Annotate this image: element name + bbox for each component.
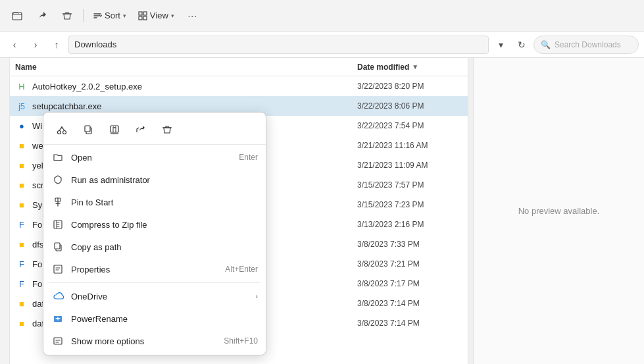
compress-zip-icon [51, 218, 64, 231]
ctx-copy-button[interactable] [78, 119, 99, 140]
file-icon: ■ [15, 198, 28, 211]
file-icon: ● [15, 119, 28, 132]
svg-point-6 [63, 131, 66, 134]
address-path[interactable]: Downloads [68, 36, 489, 54]
onedrive-icon [51, 290, 64, 303]
powerrename-icon [51, 312, 64, 325]
pin-to-start-icon [51, 195, 64, 209]
up-button[interactable]: ↑ [47, 36, 66, 54]
new-folder-button[interactable] [5, 4, 29, 28]
toolbar-separator [83, 9, 84, 22]
column-date[interactable]: Date modified ▼ [357, 63, 462, 72]
ctx-share-button[interactable] [130, 119, 151, 140]
path-dropdown[interactable]: ▾ [491, 36, 510, 54]
context-menu-show-more[interactable]: Show more options Shift+F10 [43, 330, 266, 352]
file-date: 3/8/2023 7:17 PM [357, 279, 462, 288]
file-icon: ■ [15, 159, 28, 172]
preview-text: No preview available. [518, 206, 600, 216]
context-menu-separator [49, 282, 260, 283]
file-icon: H [15, 80, 28, 93]
file-date: 3/13/2023 2:16 PM [357, 220, 462, 229]
onedrive-submenu-arrow: › [255, 292, 258, 300]
file-date: 3/15/2023 7:57 PM [357, 180, 462, 190]
file-date: 3/22/2023 7:54 PM [357, 121, 462, 130]
ctx-rename-button[interactable] [104, 119, 125, 140]
sort-label: Sort [105, 11, 120, 20]
properties-icon [51, 263, 64, 276]
context-menu-copy-path[interactable]: Copy as path [43, 236, 266, 258]
forward-button[interactable]: › [26, 36, 45, 54]
pin-to-start-label: Pin to Start [71, 197, 251, 207]
file-name: setupcatchbar.exe [32, 101, 357, 111]
context-toolbar [43, 115, 266, 145]
powerrename-label: PowerRename [71, 314, 251, 324]
path-text: Downloads [74, 39, 116, 49]
file-name: AutoHotkey_2.0.2_setup.exe [32, 82, 357, 91]
svg-rect-3 [139, 16, 142, 20]
show-more-icon [51, 334, 64, 348]
delete-button[interactable] [55, 4, 79, 28]
context-menu-run-as-admin[interactable]: Run as administrator [43, 169, 266, 191]
file-icon: ■ [15, 297, 28, 310]
sort-indicator: ▼ [412, 63, 418, 70]
file-date: 3/22/2023 8:06 PM [357, 101, 462, 111]
svg-rect-1 [139, 12, 142, 15]
view-button[interactable]: View ▾ [133, 4, 180, 28]
svg-rect-16 [54, 338, 62, 344]
share-button[interactable] [30, 4, 54, 28]
back-button[interactable]: ‹ [5, 36, 24, 54]
address-bar: ‹ › ↑ Downloads ▾ ↻ 🔍 Search Downloads [0, 32, 644, 58]
run-as-admin-label: Run as administrator [71, 175, 251, 185]
file-icon: ■ [15, 139, 28, 152]
ctx-cut-button[interactable] [51, 119, 72, 140]
column-date-label: Date modified [357, 63, 409, 72]
open-shortcut: Enter [239, 153, 258, 162]
svg-rect-4 [143, 16, 147, 20]
search-box[interactable]: 🔍 Search Downloads [533, 36, 639, 54]
svg-rect-0 [12, 13, 22, 20]
toolbar: Sort ▾ View ▾ ··· [0, 0, 644, 32]
copy-path-label: Copy as path [71, 242, 251, 252]
file-date: 3/8/2023 7:14 PM [357, 319, 462, 328]
more-button[interactable]: ··· [181, 4, 205, 28]
context-menu-pin-to-start[interactable]: Pin to Start [43, 191, 266, 213]
sort-button[interactable]: Sort ▾ [87, 4, 132, 28]
copy-path-icon [51, 240, 64, 253]
ctx-delete-button[interactable] [157, 119, 178, 140]
svg-point-5 [58, 131, 61, 134]
compress-zip-label: Compress to Zip file [71, 220, 251, 230]
file-icon: F [15, 277, 28, 290]
file-date: 3/8/2023 7:33 PM [357, 240, 462, 249]
open-icon [51, 151, 64, 164]
context-menu-properties[interactable]: Properties Alt+Enter [43, 258, 266, 280]
file-date: 3/21/2023 11:09 AM [357, 161, 462, 170]
column-name: Name [15, 63, 357, 72]
scrollbar[interactable] [468, 58, 473, 364]
svg-rect-13 [55, 243, 60, 249]
context-menu-powerrename[interactable]: PowerRename [43, 307, 266, 330]
search-icon: 🔍 [541, 40, 551, 49]
file-date: 3/8/2023 7:14 PM [357, 299, 462, 308]
open-label: Open [71, 153, 232, 163]
file-icon: ■ [15, 317, 28, 330]
refresh-button[interactable]: ↻ [512, 36, 531, 54]
file-icon: F [15, 218, 28, 231]
file-date: 3/21/2023 11:16 AM [357, 141, 462, 150]
nav-pane [0, 58, 10, 364]
file-date: 3/22/2023 8:20 PM [357, 82, 462, 91]
view-chevron: ▾ [171, 13, 174, 19]
sort-chevron: ▾ [123, 13, 126, 19]
file-date: 3/15/2023 7:23 PM [357, 200, 462, 209]
context-menu-open[interactable]: Open Enter [43, 146, 266, 169]
svg-rect-2 [143, 12, 147, 15]
file-icon: j5 [15, 99, 28, 113]
table-row[interactable]: H AutoHotkey_2.0.2_setup.exe 3/22/2023 8… [10, 76, 468, 96]
view-label: View [150, 11, 168, 20]
file-icon: F [15, 257, 28, 271]
run-as-admin-icon [51, 173, 64, 186]
file-date: 3/8/2023 7:21 PM [357, 259, 462, 269]
file-icon: ■ [15, 178, 28, 192]
show-more-shortcut: Shift+F10 [224, 336, 258, 346]
context-menu-compress-zip[interactable]: Compress to Zip file [43, 213, 266, 236]
context-menu-onedrive[interactable]: OneDrive › [43, 285, 266, 307]
